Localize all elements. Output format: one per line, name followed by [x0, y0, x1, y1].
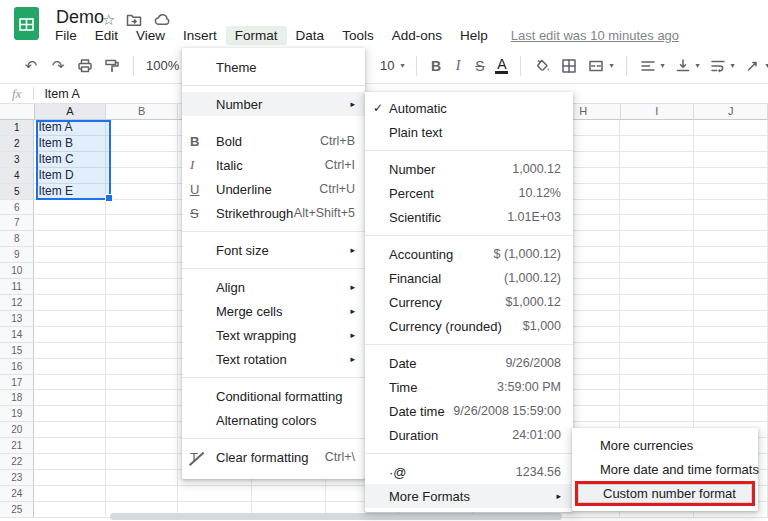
row-header-14[interactable]: 14 [0, 327, 34, 343]
cell-j19[interactable] [694, 406, 768, 422]
cell-b7[interactable] [106, 215, 178, 231]
cell-b9[interactable] [106, 247, 178, 263]
cell-j16[interactable] [694, 359, 768, 375]
cell-b18[interactable] [106, 390, 178, 406]
menu-item-automatic[interactable]: ✓Automatic [365, 96, 573, 120]
menu-item-conditional-formatting[interactable]: Conditional formatting [182, 384, 365, 408]
cell-a22[interactable] [34, 454, 106, 470]
row-header-19[interactable]: 19 [0, 406, 34, 422]
chevron-down-icon[interactable]: ▾ [731, 61, 735, 70]
cell-i16[interactable] [620, 359, 694, 375]
menubar-item-help[interactable]: Help [451, 26, 497, 45]
menubar-item-format[interactable]: Format [226, 26, 287, 45]
menu-item-align[interactable]: Align▸ [182, 275, 365, 299]
row-header-3[interactable]: 3 [0, 152, 34, 168]
cell-i14[interactable] [620, 327, 694, 343]
cell-i5[interactable] [620, 184, 694, 200]
menubar-item-tools[interactable]: Tools [333, 26, 383, 45]
cell-i18[interactable] [620, 390, 694, 406]
text-rotation-icon[interactable] [744, 57, 762, 75]
cell-b4[interactable] [106, 168, 178, 184]
row-header-11[interactable]: 11 [0, 279, 34, 295]
cell-i7[interactable] [620, 215, 694, 231]
cell-b8[interactable] [106, 231, 178, 247]
cell-j7[interactable] [694, 215, 768, 231]
menu-item-clear-formatting[interactable]: TClear formattingCtrl+\ [182, 445, 365, 469]
row-header-15[interactable]: 15 [0, 343, 34, 359]
menu-item-number[interactable]: Number1,000.12 [365, 157, 573, 181]
column-header-a[interactable]: A [35, 104, 107, 120]
grid-corner[interactable] [0, 104, 35, 120]
cell-a25[interactable] [34, 502, 106, 518]
menu-item-percent[interactable]: Percent10.12% [365, 181, 573, 205]
cell-b1[interactable] [106, 120, 178, 136]
fill-color-icon[interactable] [533, 57, 551, 75]
menu-item-time[interactable]: Time3:59:00 PM [365, 375, 573, 399]
cell-b16[interactable] [106, 359, 178, 375]
column-header-i[interactable]: I [621, 104, 695, 120]
cell-a21[interactable] [34, 438, 106, 454]
row-header-25[interactable]: 25 [0, 502, 34, 518]
cell-a15[interactable] [34, 343, 106, 359]
cell-i1[interactable] [620, 120, 694, 136]
column-header-j[interactable]: J [694, 104, 768, 120]
menu-item-italic[interactable]: IItalicCtrl+I [182, 153, 365, 177]
row-header-5[interactable]: 5 [0, 184, 34, 200]
cell-b17[interactable] [106, 375, 178, 391]
print-icon[interactable] [76, 57, 94, 75]
text-wrapping-icon[interactable] [709, 57, 727, 75]
cell-a7[interactable] [34, 215, 106, 231]
row-header-21[interactable]: 21 [0, 438, 34, 454]
cell-i15[interactable] [620, 343, 694, 359]
cell-j18[interactable] [694, 390, 768, 406]
cell-b6[interactable] [106, 200, 178, 216]
row-header-18[interactable]: 18 [0, 390, 34, 406]
row-header-6[interactable]: 6 [0, 200, 34, 216]
menu-item-underline[interactable]: UUnderlineCtrl+U [182, 177, 365, 201]
fill-handle[interactable] [105, 194, 113, 202]
menu-item-accounting[interactable]: Accounting$ (1,000.12) [365, 242, 573, 266]
cell-j13[interactable] [694, 311, 768, 327]
menu-item-more-currencies[interactable]: More currencies [572, 433, 758, 457]
menubar-item-edit[interactable]: Edit [86, 26, 127, 45]
strikethrough-button[interactable]: S [473, 58, 486, 74]
row-header-10[interactable]: 10 [0, 263, 34, 279]
redo-icon[interactable]: ↷ [49, 57, 67, 75]
cell-b13[interactable] [106, 311, 178, 327]
cell-a24[interactable] [34, 486, 106, 502]
column-header-b[interactable]: B [106, 104, 178, 120]
cell-j10[interactable] [694, 263, 768, 279]
cell-i12[interactable] [620, 295, 694, 311]
cell-i13[interactable] [620, 311, 694, 327]
merge-cells-icon[interactable] [587, 57, 605, 75]
row-header-20[interactable]: 20 [0, 422, 34, 438]
cell-b11[interactable] [106, 279, 178, 295]
row-header-22[interactable]: 22 [0, 454, 34, 470]
row-header-8[interactable]: 8 [0, 231, 34, 247]
menu-item-number[interactable]: Number▸ [182, 92, 365, 116]
last-edit-link[interactable]: Last edit was 10 minutes ago [511, 28, 679, 43]
cell-b24[interactable] [106, 486, 178, 502]
document-title[interactable]: Demo [56, 7, 104, 28]
cell-j6[interactable] [694, 200, 768, 216]
cell-b5[interactable] [106, 184, 178, 200]
cell-j11[interactable] [694, 279, 768, 295]
borders-icon[interactable] [560, 57, 578, 75]
cell-i2[interactable] [620, 136, 694, 152]
cell-j4[interactable] [694, 168, 768, 184]
bold-button[interactable]: B [429, 58, 442, 74]
menu-item-financial[interactable]: Financial(1,000.12) [365, 266, 573, 290]
menu-item-custom-number-format[interactable]: Custom number format [575, 481, 755, 506]
formula-input[interactable]: Item A [44, 87, 79, 101]
row-header-24[interactable]: 24 [0, 486, 34, 502]
cell-b2[interactable] [106, 136, 178, 152]
row-header-16[interactable]: 16 [0, 359, 34, 375]
menu-item-currency-rounded[interactable]: Currency (rounded)$1,000 [365, 314, 573, 338]
cell-i4[interactable] [620, 168, 694, 184]
cell-b14[interactable] [106, 327, 178, 343]
menu-item-bold[interactable]: BBoldCtrl+B [182, 129, 365, 153]
cell-b22[interactable] [106, 454, 178, 470]
cell-a23[interactable] [34, 470, 106, 486]
menubar-item-add-ons[interactable]: Add-ons [383, 26, 451, 45]
menubar-item-insert[interactable]: Insert [174, 26, 226, 45]
